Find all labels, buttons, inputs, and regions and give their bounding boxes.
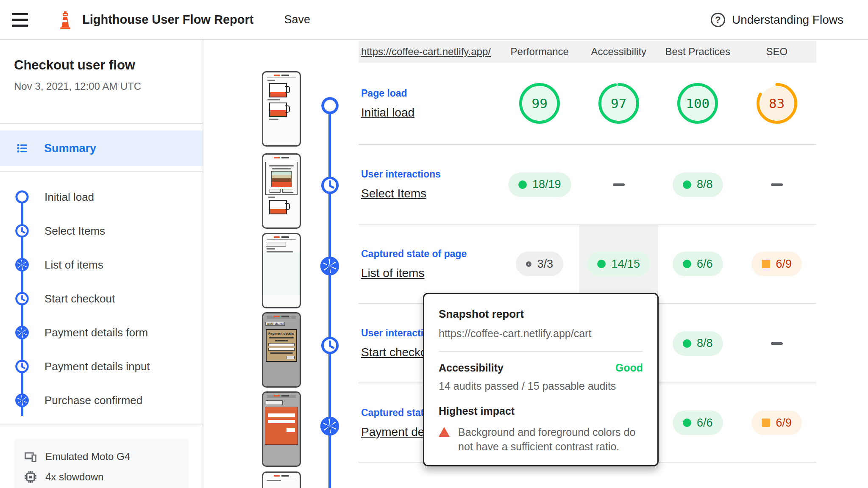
tooltip-title: Snapshot report [439,308,643,321]
sidebar: Checkout user flow Nov 3, 2021, 12:00 AM… [0,40,203,488]
row-category: User interactions [361,169,500,180]
lighthouse-flow-report: Lighthouse User Flow Report Save Underst… [0,0,868,488]
average-square-icon [762,419,770,427]
row-category: Captured state of page [361,248,500,260]
summary-label: Summary [44,142,96,155]
device-emulation-label: Emulated Moto G4 [45,451,130,463]
snapshot-aperture-icon [14,393,30,408]
understanding-flows-link[interactable]: Understanding Flows [711,13,843,27]
pass-dot-icon [683,180,691,189]
best-practices-audit-pill[interactable]: 6/6 [673,252,723,276]
table-row-select-items: User interactions Select Items 18/19 8/8 [359,145,816,225]
payment-modal-graphic: Payment details [266,329,297,362]
highlighted-form-graphic [265,407,298,445]
app-title: Lighthouse User Flow Report [82,13,253,27]
divider [0,123,203,124]
summary-list-icon [16,142,29,155]
snapshot-aperture-icon [14,257,30,272]
screenshot-thumbnail-purchase-confirmed[interactable] [262,471,301,488]
column-header-seo: SEO [766,46,787,58]
divider [0,171,203,172]
column-header-accessibility: Accessibility [591,46,646,58]
tooltip-impact-message: Background and foreground colors do not … [458,425,643,454]
pass-dot-icon [597,260,606,268]
menu-icon[interactable] [12,13,28,27]
sidebar-item-purchase-confirmed[interactable]: Purchase confirmed [0,388,203,413]
device-info-box: Emulated Moto G4 4x slowdown [14,438,189,488]
screenshot-thumbnail-list-of-items[interactable] [262,233,301,308]
tooltip-audits-summary: 14 audits passed / 15 passable audits [439,380,643,392]
sidebar-item-list-of-items[interactable]: List of items [0,252,203,277]
divider [0,424,203,424]
column-header-performance: Performance [511,46,569,58]
payment-modal-title: Payment details [268,332,295,336]
tooltip-impact-title: Highest impact [439,405,643,417]
timespan-clock-icon [14,223,30,238]
screenshot-thumbnail-initial-load[interactable] [262,71,301,147]
snapshot-report-tooltip: Snapshot report https://coffee-cart.netl… [423,293,659,466]
screenshot-thumbnail-payment-details-input[interactable] [262,391,301,467]
sidebar-item-payment-details-input[interactable]: Payment details input [0,354,203,379]
divider [439,351,643,352]
total-label: Total: $60.00 [265,322,285,326]
device-throttling-label: 4x slowdown [45,471,103,483]
total-chip-graphic [266,242,286,247]
best-practices-score-gauge[interactable]: 100 [677,83,718,124]
sidebar-item-summary[interactable]: Summary [0,130,203,166]
snapshot-aperture-icon [14,325,30,340]
navigation-icon [14,189,30,205]
performance-audit-pill[interactable]: 18/19 [508,172,571,197]
no-score-dash [771,342,783,345]
best-practices-audit-pill[interactable]: 8/8 [673,172,723,197]
flow-title: Checkout user flow [14,58,135,73]
accessibility-audit-pill[interactable]: 14/15 [587,252,650,276]
sidebar-item-start-checkout[interactable]: Start checkout [0,286,203,311]
no-score-dash [613,183,625,186]
sidebar-item-payment-details-form[interactable]: Payment details form [0,320,203,345]
coffee-mug-graphic [269,83,287,97]
hovered-accessibility-cell[interactable]: 14/15 [579,225,659,303]
accessibility-score-gauge[interactable]: 97 [598,83,640,124]
tooltip-url: https://coffee-cart.netlify.app/cart [439,327,643,340]
timespan-marker-icon [320,336,340,355]
step-link-select-items[interactable]: Select Items [361,187,500,200]
pass-dot-icon [518,180,527,189]
navigation-marker-icon [320,96,340,116]
site-url-link[interactable]: https://coffee-cart.netlify.app/ [361,46,491,57]
screenshot-thumbnail-payment-details-form[interactable]: Total: $60.00 Payment details [262,312,301,388]
table-row-list-of-items: Captured state of page List of items 3/3… [359,225,816,304]
sidebar-item-select-items[interactable]: Select Items [0,218,203,244]
save-button[interactable]: Save [284,13,310,26]
timespan-marker-icon [320,175,340,195]
step-link-list-of-items[interactable]: List of items [361,266,500,280]
flow-date: Nov 3, 2021, 12:00 AM UTC [14,80,141,92]
lighthouse-logo-icon [58,11,73,29]
results-header-row: https://coffee-cart.netlify.app/ Perform… [359,41,816,63]
row-category: Page load [361,88,500,99]
seo-audit-pill[interactable]: 6/9 [751,252,802,276]
help-icon [711,13,725,27]
seo-audit-pill[interactable]: 6/9 [751,410,802,435]
column-header-best-practices: Best Practices [665,46,730,58]
seo-score-gauge[interactable]: 83 [756,83,798,124]
cpu-throttle-icon [24,471,37,483]
pass-dot-icon [683,260,691,268]
pass-dot-icon [683,419,691,427]
help-label: Understanding Flows [732,13,843,27]
average-square-icon [762,260,770,268]
informative-ring-icon [526,261,531,267]
no-score-dash [771,183,783,186]
snapshot-marker-icon [319,416,340,437]
performance-score-gauge[interactable]: 99 [519,83,560,124]
step-link-initial-load[interactable]: Initial load [361,106,500,119]
warning-triangle-icon [439,427,450,437]
tooltip-category: Accessibility [439,362,504,374]
performance-audit-pill[interactable]: 3/3 [516,252,563,276]
best-practices-audit-pill[interactable]: 6/6 [673,410,723,435]
screenshot-thumbnail-select-items[interactable] [262,153,301,229]
top-app-bar: Lighthouse User Flow Report Save Underst… [0,0,868,40]
sidebar-item-initial-load[interactable]: Initial load [0,184,203,210]
table-row-initial-load: Page load Initial load 99 97 100 83 [359,63,816,145]
snapshot-marker-icon [319,255,340,277]
best-practices-audit-pill[interactable]: 8/8 [673,331,723,356]
